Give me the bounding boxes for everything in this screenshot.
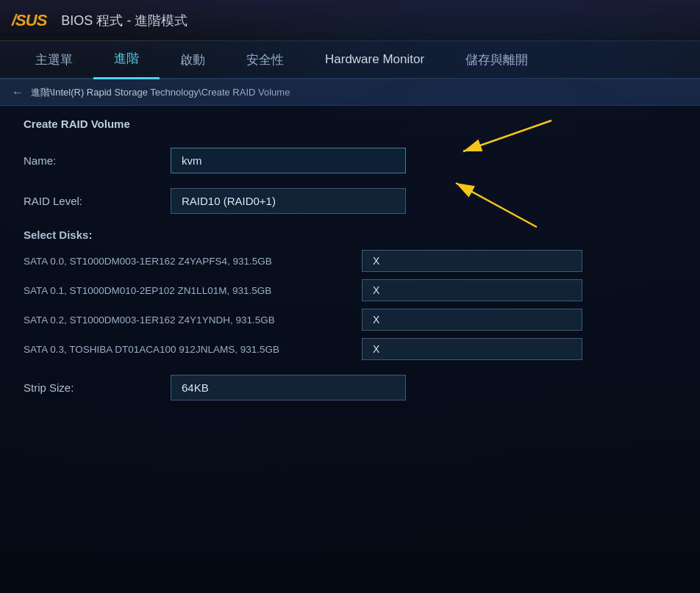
name-input[interactable] [171,148,406,173]
breadcrumb-bar: ← 進階\Intel(R) Rapid Storage Technology\C… [0,79,700,106]
disk-row-1: SATA 0.1, ST1000DM010-2EP102 ZN1LL01M, 9… [24,279,676,301]
page-section-title: Create RAID Volume [24,118,676,130]
disk-row-3: SATA 0.3, TOSHIBA DT01ACA100 912JNLAMS, … [24,338,676,360]
back-arrow-icon[interactable]: ← [12,86,24,99]
nav-item-advanced[interactable]: 進階 [93,40,160,79]
nav-item-security[interactable]: 安全性 [226,41,304,79]
disk-row-2: SATA 0.2, ST1000DM003-1ER162 Z4Y1YNDH, 9… [24,309,676,331]
raid-level-label: RAID Level: [24,195,171,207]
main-content: Create RAID Volume Name: RAID Level: RAI… [0,106,700,593]
strip-size-value[interactable]: 64KB [171,375,406,400]
disk-3-checkbox[interactable]: X [362,338,582,360]
nav-item-main[interactable]: 主選單 [15,41,93,79]
nav-bar: 主選單 進階 啟動 安全性 Hardware Monitor 儲存與離開 [0,41,700,79]
strip-size-row: Strip Size: 64KB [24,375,676,400]
raid-level-value[interactable]: RAID10 (RAID0+1) [171,188,406,214]
disk-1-label: SATA 0.1, ST1000DM010-2EP102 ZN1LL01M, 9… [24,285,362,296]
disk-3-label: SATA 0.3, TOSHIBA DT01ACA100 912JNLAMS, … [24,344,362,355]
bios-title: BIOS 程式 - 進階模式 [61,12,188,29]
strip-size-label: Strip Size: [24,381,171,394]
nav-item-exit[interactable]: 儲存與離開 [445,41,549,79]
nav-item-boot[interactable]: 啟動 [160,41,226,79]
select-disks-label: Select Disks: [24,229,676,241]
disk-2-checkbox[interactable]: X [362,309,582,331]
nav-item-hardware-monitor[interactable]: Hardware Monitor [304,42,445,77]
disk-row-0: SATA 0.0, ST1000DM003-1ER162 Z4YAPFS4, 9… [24,250,676,272]
asus-logo: /SUS [12,11,46,30]
header-bar: /SUS BIOS 程式 - 進階模式 [0,0,700,41]
disk-1-checkbox[interactable]: X [362,279,582,301]
disk-2-label: SATA 0.2, ST1000DM003-1ER162 Z4Y1YNDH, 9… [24,315,362,326]
breadcrumb-path: 進階\Intel(R) Rapid Storage Technology\Cre… [31,86,290,99]
name-row: Name: [24,148,676,173]
raid-level-row: RAID Level: RAID10 (RAID0+1) [24,188,676,214]
disk-0-checkbox[interactable]: X [362,250,582,272]
name-label: Name: [24,154,171,167]
disk-0-label: SATA 0.0, ST1000DM003-1ER162 Z4YAPFS4, 9… [24,256,362,267]
